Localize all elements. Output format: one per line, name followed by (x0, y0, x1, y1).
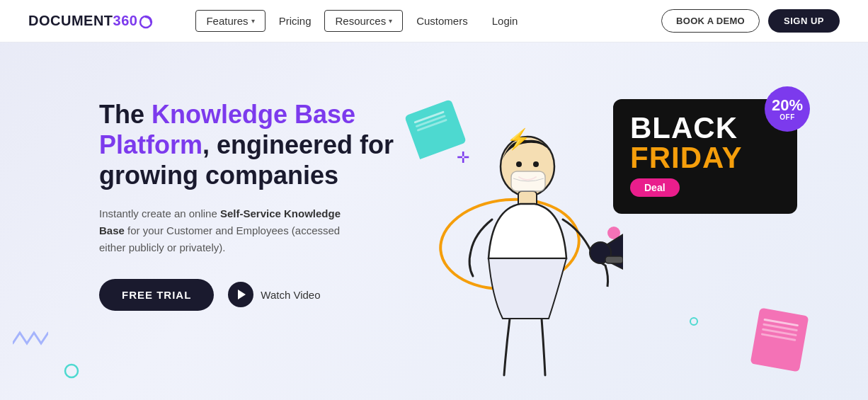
free-trial-button[interactable]: FREE TRIAL (99, 279, 214, 311)
watch-video-button[interactable]: Watch Video (228, 282, 320, 307)
nav-login[interactable]: Login (481, 10, 529, 32)
discount-percentage: 20% (772, 98, 803, 113)
nav-features[interactable]: Features ▾ (195, 10, 265, 32)
black-friday-title-black: BLACK (630, 113, 780, 143)
play-triangle-icon (238, 290, 246, 299)
person-illustration (425, 127, 623, 382)
hero-description: Instantly create an online Self-Service … (99, 205, 368, 256)
hero-section: The Knowledge Base Platform, engineered … (0, 42, 868, 400)
hero-buttons: FREE TRIAL Watch Video (99, 279, 396, 311)
logo[interactable]: DOCUMENT360 (28, 13, 153, 29)
svg-point-6 (516, 161, 522, 167)
nav-pricing[interactable]: Pricing (268, 10, 322, 32)
hero-title: The Knowledge Base Platform, engineered … (99, 99, 396, 191)
pink-paper-decoration (750, 308, 809, 372)
nav-actions: BOOK A DEMO SIGN UP (661, 9, 840, 33)
book-demo-button[interactable]: BOOK A DEMO (661, 9, 760, 33)
black-friday-banner: 20% OFF BLACK FRIDAY Deal (613, 99, 797, 214)
play-icon (228, 282, 253, 307)
navbar: DOCUMENT360 Features ▾ Pricing Resources… (0, 0, 868, 42)
logo-text: DOCUMENT360 (28, 13, 153, 29)
svg-rect-5 (605, 256, 623, 263)
star-decoration: ✛ (457, 149, 469, 167)
features-chevron-icon: ▾ (251, 17, 255, 25)
black-friday-title-friday: FRIDAY (630, 143, 780, 173)
lightning-decoration: ⚡ (506, 127, 531, 151)
discount-off-label: OFF (780, 113, 795, 121)
resources-chevron-icon: ▾ (389, 17, 392, 25)
nav-resources[interactable]: Resources ▾ (324, 10, 403, 32)
svg-point-7 (533, 161, 539, 167)
hero-content: The Knowledge Base Platform, engineered … (99, 85, 396, 311)
discount-badge: 20% OFF (765, 86, 810, 132)
hero-illustration: ✛ ⚡ (396, 85, 811, 400)
deal-badge: Deal (630, 178, 680, 197)
nav-links: Features ▾ Pricing Resources ▾ Customers… (195, 10, 661, 32)
teal-dot-decoration (690, 317, 698, 326)
nav-customers[interactable]: Customers (406, 10, 479, 32)
signup-button[interactable]: SIGN UP (768, 9, 840, 33)
